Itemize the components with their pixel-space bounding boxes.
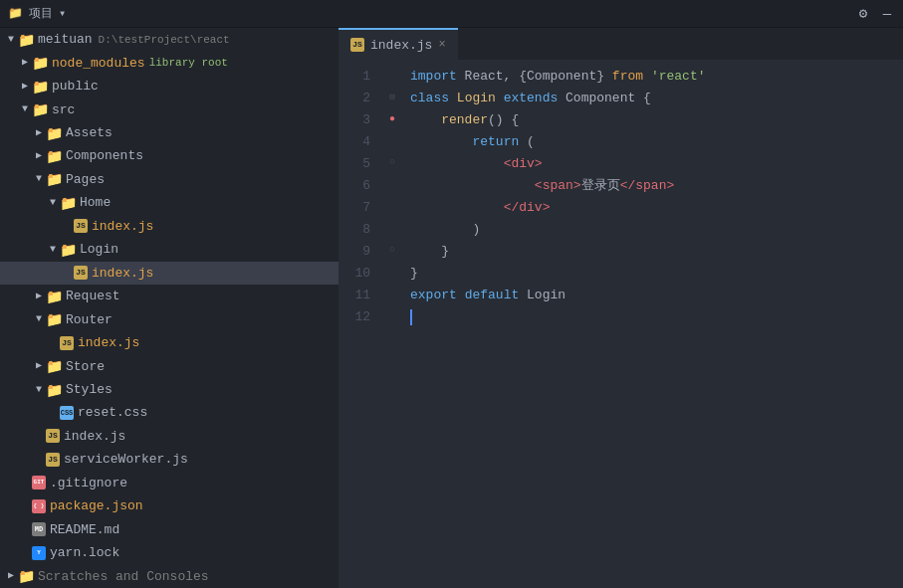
sidebar-item-store[interactable]: 📁 Store [0,354,339,377]
js-badge-login-index: JS [74,266,88,280]
sidebar-item-meituan[interactable]: 📁 meituan D:\testProject\react [0,28,339,51]
tab-bar: JS index.js × [339,28,903,60]
sidebar-item-login[interactable]: 📁 Login [0,238,339,261]
css-badge-reset: CSS [60,406,74,420]
home-label: Home [80,195,111,210]
folder-icon-public: 📁 [32,79,48,95]
gutter-5[interactable]: ○ [382,151,402,173]
token-2-6: Component { [558,88,651,109]
gutter-1 [382,64,402,86]
code-line-12 [410,306,903,328]
folder-icon-components: 📁 [46,148,62,164]
token-1-3: from [612,66,643,88]
sidebar-item-styles[interactable]: 📁 Styles [0,378,339,401]
sidebar-item-login-index[interactable]: JS index.js [0,262,339,285]
code-editor[interactable]: 1 2 3 4 5 6 7 8 9 10 11 12 ⊟ ● ○ [339,60,903,588]
sidebar-item-readme[interactable]: MD README.md [0,518,339,541]
sidebar-item-node-modules[interactable]: 📁 node_modules library root [0,51,339,74]
token-1-1: import [410,66,457,88]
code-line-3: render () { [410,109,903,131]
sidebar-item-home-index[interactable]: JS index.js [0,215,339,238]
gutter-9[interactable]: ○ [382,239,402,261]
token-4-2: ( [519,131,535,153]
sidebar-item-package-json[interactable]: { } package.json [0,494,339,517]
token-7-indent [410,197,504,219]
login-index-label: index.js [92,266,153,281]
code-content[interactable]: import React, {Component} from 'react' c… [402,64,903,584]
service-worker-label: serviceWorker.js [64,452,188,467]
sidebar-item-router-index[interactable]: JS index.js [0,331,339,354]
gutter-6 [382,173,402,195]
sidebar-item-service-worker[interactable]: JS serviceWorker.js [0,448,339,471]
token-6-3: </span> [620,175,675,197]
gutter-11 [382,283,402,304]
folder-icon-router: 📁 [46,311,62,327]
sidebar-item-gitignore[interactable]: GIT .gitignore [0,472,339,494]
tab-close-icon[interactable]: × [438,38,445,52]
sidebar-item-yarn-lock[interactable]: Y yarn.lock [0,541,339,564]
js-badge-home-index: JS [74,219,88,233]
sidebar-item-router[interactable]: 📁 Router [0,307,339,330]
arrow-scratches [4,569,18,583]
src-label: src [52,102,75,117]
sidebar-item-pages[interactable]: 📁 Pages [0,168,339,191]
token-6-2: 登录页 [581,175,620,197]
code-line-11: export default Login [410,285,903,306]
folder-icon-login: 📁 [60,242,76,258]
sidebar-item-home[interactable]: 📁 Home [0,191,339,214]
sidebar-item-src[interactable]: 📁 src [0,98,339,120]
arrow-login [46,243,60,257]
arrow-assets [32,126,46,140]
gutter-2[interactable]: ⊟ [382,86,402,107]
sidebar-item-reset-css[interactable]: CSS reset.css [0,401,339,424]
minimize-icon[interactable]: — [879,6,895,22]
editor-area: JS index.js × 1 2 3 4 5 6 7 8 9 10 11 12 [339,28,903,588]
gutter-3[interactable]: ● [382,107,402,129]
styles-label: Styles [66,382,113,397]
home-index-label: index.js [92,219,153,234]
editor-tab[interactable]: JS index.js × [339,28,458,60]
token-11-1: export [410,285,457,306]
token-4-1: return [472,131,519,153]
pages-label: Pages [66,172,105,187]
gutter-10 [382,261,402,283]
sidebar-item-src-index[interactable]: JS index.js [0,425,339,448]
settings-icon[interactable]: ⚙ [855,6,871,22]
sidebar-item-request[interactable]: 📁 Request [0,285,339,307]
token-11-4: Login [519,285,565,306]
token-3-indent [410,109,441,131]
code-line-2: class Login extends Component { [410,88,903,109]
folder-icon-assets: 📁 [46,125,62,141]
arrow-request [32,290,46,303]
token-2-2 [449,88,457,109]
title-bar: 📁 项目 ▾ ⚙ — [0,0,903,28]
folder-icon-store: 📁 [46,358,62,374]
gitignore-label: .gitignore [50,476,127,490]
yarn-lock-label: yarn.lock [50,545,119,560]
sidebar-item-assets[interactable]: 📁 Assets [0,121,339,144]
cursor [410,309,412,325]
token-3-2: () { [488,109,519,131]
gutter-7 [382,195,402,217]
sidebar-item-public[interactable]: 📁 public [0,75,339,98]
token-10-1: } [410,263,418,285]
sidebar-item-components[interactable]: 📁 Components [0,144,339,167]
yarn-badge: Y [32,546,46,560]
line-num-10: 10 [339,263,370,285]
line-num-8: 8 [339,219,370,241]
request-label: Request [66,289,120,303]
router-index-label: index.js [78,335,139,350]
token-1-2: React, {Component} [457,66,612,88]
token-11-2 [457,285,465,306]
reset-css-label: reset.css [78,405,147,420]
token-8-indent: ) [410,219,480,241]
title-dropdown-icon[interactable]: ▾ [59,6,66,21]
arrow-styles [32,383,46,397]
arrow-meituan [4,33,18,47]
folder-icon-pages: 📁 [46,171,62,187]
code-line-7: </div> [410,197,903,219]
line-num-9: 9 [339,241,370,263]
folder-icon-scratches: 📁 [18,568,34,584]
project-icon: 📁 [8,6,23,21]
sidebar-item-scratches[interactable]: 📁 Scratches and Consoles [0,564,339,587]
